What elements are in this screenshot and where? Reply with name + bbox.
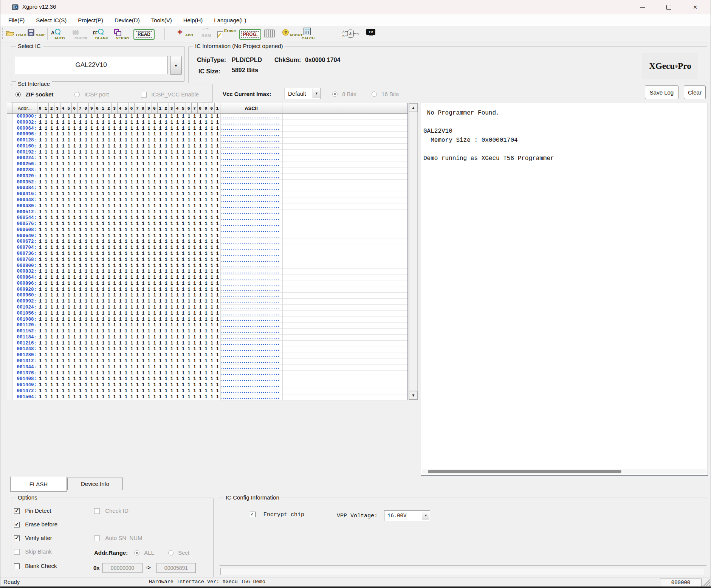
encrypt-chip-checkbox[interactable]: Encrypt chip	[250, 512, 304, 518]
bit-cell[interactable]: 1	[43, 263, 49, 269]
hex-row[interactable]: 000000:11111111111111111111111111111111	[7, 114, 407, 120]
clear-button[interactable]: Clear	[684, 85, 706, 99]
bit-cell[interactable]: 1	[158, 299, 163, 305]
bit-cell[interactable]: 1	[60, 215, 66, 221]
bit-cell[interactable]: 1	[77, 323, 83, 329]
bit-cell[interactable]: 1	[100, 376, 106, 382]
bit-cell[interactable]: 1	[146, 335, 152, 341]
bit-cell[interactable]: 1	[146, 269, 152, 275]
bit-cell[interactable]: 1	[54, 329, 60, 335]
bit-cell[interactable]: 1	[89, 168, 94, 174]
hex-row[interactable]: 000896:11111111111111111111111111111111	[7, 281, 407, 287]
bit-cell[interactable]: 1	[203, 257, 209, 263]
row-bits[interactable]: 11111111111111111111111111111111	[37, 174, 220, 180]
bit-cell[interactable]: 1	[146, 365, 152, 371]
bit-cell[interactable]: 1	[186, 299, 192, 305]
bit-cell[interactable]: 1	[203, 299, 209, 305]
bit-cell[interactable]: 1	[140, 114, 146, 120]
bit-cell[interactable]: 1	[209, 376, 215, 382]
bit-cell[interactable]: 1	[198, 287, 203, 293]
bit-cell[interactable]: 1	[203, 245, 209, 251]
bit-cell[interactable]: 1	[140, 144, 146, 150]
hex-row[interactable]: 000768:11111111111111111111111111111111	[7, 257, 407, 263]
bit-cell[interactable]: 1	[163, 239, 169, 245]
bit-cell[interactable]: 1	[158, 161, 163, 168]
bit-cell[interactable]: 1	[209, 155, 215, 161]
bit-cell[interactable]: 1	[186, 174, 192, 180]
bit-cell[interactable]: 1	[175, 215, 180, 221]
bit-cell[interactable]: 1	[94, 323, 100, 329]
bit-cell[interactable]: 1	[54, 394, 60, 400]
bit-cell[interactable]: 1	[158, 388, 163, 394]
bit-cell[interactable]: 1	[43, 155, 49, 161]
bit-cell[interactable]: 1	[60, 126, 66, 132]
bit-cell[interactable]: 1	[123, 191, 129, 197]
bit-cell[interactable]: 1	[169, 120, 175, 126]
bit-cell[interactable]: 1	[72, 358, 77, 365]
bit-cell[interactable]: 1	[129, 233, 135, 239]
bit-cell[interactable]: 1	[60, 311, 66, 317]
bit-cell[interactable]: 1	[169, 191, 175, 197]
bit-cell[interactable]: 1	[169, 275, 175, 281]
bit-cell[interactable]: 1	[37, 263, 43, 269]
bit-cell[interactable]: 1	[54, 197, 60, 203]
bit-cell[interactable]: 1	[186, 352, 192, 358]
bit-cell[interactable]: 1	[100, 197, 106, 203]
bit-cell[interactable]: 1	[118, 239, 123, 245]
bit-cell[interactable]: 1	[54, 132, 60, 138]
bit-cell[interactable]: 1	[198, 317, 203, 323]
bit-cell[interactable]: 1	[54, 209, 60, 216]
bit-cell[interactable]: 1	[169, 251, 175, 257]
save-button[interactable]	[28, 29, 34, 37]
tab-device-info[interactable]: Device.Info	[67, 478, 123, 490]
bit-cell[interactable]: 1	[100, 227, 106, 233]
bit-cell[interactable]: 1	[180, 174, 186, 180]
bit-cell[interactable]: 1	[100, 341, 106, 347]
bit-cell[interactable]: 1	[89, 269, 94, 275]
bit-cell[interactable]: 1	[215, 269, 220, 275]
menu-item-tools[interactable]: Tools(V)	[146, 17, 178, 23]
bit-cell[interactable]: 1	[43, 358, 49, 365]
bit-cell[interactable]: 1	[169, 209, 175, 216]
bit-cell[interactable]: 1	[163, 191, 169, 197]
bit-cell[interactable]: 1	[169, 150, 175, 156]
bit-cell[interactable]: 1	[152, 352, 158, 358]
row-bits[interactable]: 11111111111111111111111111111111	[37, 317, 220, 323]
bit-cell[interactable]: 1	[72, 203, 77, 209]
bit-cell[interactable]: 1	[106, 126, 112, 132]
bit-cell[interactable]: 1	[192, 281, 197, 287]
hex-row[interactable]: 001056:11111111111111111111111111111111	[7, 311, 407, 317]
bit-cell[interactable]: 1	[89, 335, 94, 341]
bit-cell[interactable]: 1	[135, 185, 140, 191]
bit-cell[interactable]: 1	[209, 221, 215, 227]
bit-cell[interactable]: 1	[118, 275, 123, 281]
bit-cell[interactable]: 1	[203, 251, 209, 257]
bit-cell[interactable]: 1	[158, 215, 163, 221]
bit-cell[interactable]: 1	[89, 227, 94, 233]
bit-cell[interactable]: 1	[169, 388, 175, 394]
ic-dropdown-button[interactable]: ▼	[170, 56, 182, 75]
bit-cell[interactable]: 1	[158, 305, 163, 311]
bit-cell[interactable]: 1	[192, 174, 197, 180]
bit-cell[interactable]: 1	[100, 281, 106, 287]
bit-cell[interactable]: 1	[112, 287, 118, 293]
bit-cell[interactable]: 1	[66, 114, 72, 120]
bit-cell[interactable]: 1	[83, 305, 89, 311]
bit-cell[interactable]: 1	[66, 185, 72, 191]
bit-cell[interactable]: 1	[198, 114, 203, 120]
hex-row[interactable]: 001408:11111111111111111111111111111111	[7, 376, 407, 382]
bit-cell[interactable]: 1	[106, 155, 112, 161]
bit-cell[interactable]: 1	[83, 275, 89, 281]
bit-cell[interactable]: 1	[215, 358, 220, 365]
bit-cell[interactable]: 1	[37, 185, 43, 191]
bit-cell[interactable]: 1	[198, 263, 203, 269]
bit-cell[interactable]: 1	[83, 185, 89, 191]
bit-cell[interactable]: 1	[180, 132, 186, 138]
bit-cell[interactable]: 1	[175, 120, 180, 126]
bit-cell[interactable]: 1	[106, 388, 112, 394]
bit-cell[interactable]: 1	[198, 174, 203, 180]
bit-cell[interactable]: 1	[135, 382, 140, 388]
bit-cell[interactable]: 1	[83, 251, 89, 257]
bit-cell[interactable]: 1	[146, 394, 152, 400]
bit-cell[interactable]: 1	[180, 227, 186, 233]
